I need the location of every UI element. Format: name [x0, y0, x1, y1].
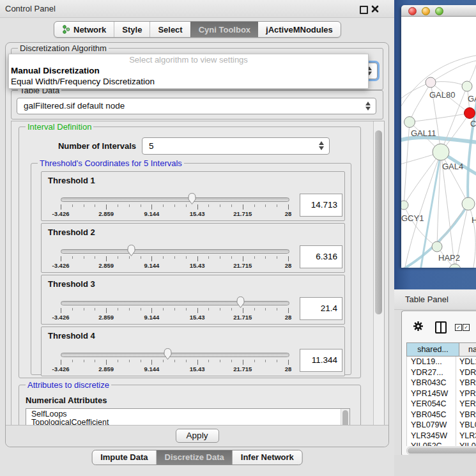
network-node[interactable] — [432, 242, 442, 252]
dropdown-option[interactable]: Equal Width/Frequency Discretization — [9, 76, 368, 87]
cell-name[interactable]: YBL0 — [456, 420, 476, 431]
cell-name[interactable]: YER0 — [456, 399, 476, 410]
tab-label: jActiveMNodules — [266, 25, 333, 35]
close-icon[interactable] — [371, 5, 379, 13]
cell-name[interactable]: YDL1 — [456, 357, 476, 367]
threshold-value-field[interactable]: 11.344 — [300, 349, 342, 372]
list-scrollbar-thumb[interactable] — [342, 410, 348, 426]
table-panel-title: Table Panel — [405, 295, 449, 304]
gear-icon[interactable] — [413, 321, 424, 332]
table-row[interactable]: YLR345WYLR3 — [407, 431, 476, 441]
float-window-icon[interactable] — [360, 6, 368, 14]
cell-name[interactable]: YBR0 — [456, 378, 476, 388]
apply-button[interactable]: Apply — [176, 429, 219, 443]
column-layout-icon[interactable] — [435, 321, 447, 334]
table-row[interactable]: YER054CYER0 — [407, 399, 476, 410]
threshold-slider-thumb[interactable] — [163, 348, 173, 360]
dropdown-hint: Select algorithm to view settings — [9, 54, 368, 65]
network-edge[interactable] — [410, 82, 431, 122]
checkbox-column-icon[interactable]: ✓ — [455, 324, 462, 331]
table-row[interactable]: YBR045CYBR0 — [407, 410, 476, 420]
network-edge[interactable] — [468, 204, 475, 268]
cell-name[interactable]: YLR3 — [456, 431, 476, 441]
network-edge[interactable] — [431, 82, 467, 86]
threshold-slider-thumb[interactable] — [236, 296, 245, 309]
cell-shared-name[interactable]: YBR043C — [407, 378, 456, 388]
table-row[interactable]: YBL079WYBL0 — [407, 420, 476, 431]
table-horizontal-scrollbar-thumb[interactable] — [408, 448, 476, 454]
cell-shared-name[interactable]: YLR345W — [407, 431, 456, 441]
cell-shared-name[interactable]: YIL052C — [407, 441, 456, 446]
network-canvas[interactable]: GAL80GACGAL11GAL4GCY1HHAP2 — [401, 17, 476, 268]
tab-label: Infer Network — [241, 452, 294, 462]
network-node[interactable] — [462, 81, 472, 91]
cell-shared-name[interactable]: YBL079W — [407, 420, 456, 431]
threshold-slider-track[interactable] — [61, 197, 289, 202]
checkbox-column-icon[interactable]: ✓ — [463, 324, 470, 331]
tab-select[interactable]: Select — [150, 22, 190, 37]
table-row[interactable]: YDL19...YDL1 — [407, 357, 476, 367]
threshold-slider-track[interactable] — [61, 353, 289, 357]
network-edge[interactable] — [404, 122, 410, 205]
tab-infer-network[interactable]: Infer Network — [233, 450, 302, 464]
table-row[interactable]: YDR27...YDR2 — [407, 367, 476, 378]
tab-discretize-data[interactable]: Discretize Data — [157, 450, 233, 464]
zoom-button[interactable] — [435, 7, 443, 15]
tab-impute-data[interactable]: Impute Data — [92, 450, 156, 464]
tab-cyni-toolbox[interactable]: Cyni Toolbox — [190, 22, 258, 37]
cell-shared-name[interactable]: YDR27... — [407, 367, 456, 378]
threshold-value-field[interactable]: 14.713 — [300, 194, 342, 217]
network-node[interactable] — [404, 117, 415, 128]
table-row[interactable]: YBR043CYBR0 — [407, 378, 476, 388]
threshold-label: Threshold 2 — [48, 227, 95, 237]
threshold-slider-track[interactable] — [61, 249, 289, 254]
network-edge[interactable] — [431, 60, 476, 82]
table-horizontal-scrollbar[interactable] — [406, 447, 476, 455]
network-node-label: C — [470, 119, 476, 128]
cell-shared-name[interactable]: YBR045C — [407, 410, 456, 420]
numerical-attributes-list[interactable]: SelfLoopsTopologicalCoefficientBetweenne… — [26, 408, 350, 426]
dropdown-option[interactable]: Manual Discretization — [9, 65, 368, 76]
list-scrollbar[interactable] — [341, 409, 349, 426]
cell-name[interactable]: YBR0 — [456, 410, 476, 420]
network-window-titlebar — [401, 5, 476, 17]
column-header-name[interactable]: na — [459, 342, 476, 357]
network-node[interactable] — [433, 144, 449, 160]
tab-style[interactable]: Style — [114, 22, 150, 37]
cell-shared-name[interactable]: YER054C — [407, 399, 456, 410]
cell-name[interactable]: YDR2 — [456, 367, 476, 378]
threshold-slider-thumb[interactable] — [187, 192, 197, 205]
settings-scrollbar-thumb[interactable] — [375, 130, 382, 314]
tab-label: Network — [73, 25, 106, 35]
network-edge[interactable] — [410, 113, 470, 122]
cell-name[interactable]: YPR1 — [456, 388, 476, 399]
threshold-value-field[interactable]: 6.316 — [300, 245, 342, 268]
threshold-slider-track[interactable] — [61, 301, 289, 305]
cytoscape-desktop: GAL80GACGAL11GAL4GCY1HHAP2 — [394, 0, 476, 289]
table-row[interactable]: YPR145WYPR1 — [407, 388, 476, 399]
tab-label: Impute Data — [100, 452, 148, 462]
tab-network[interactable]: Network — [54, 22, 114, 37]
spinner-arrows-icon[interactable] — [319, 141, 325, 151]
close-button[interactable] — [408, 7, 417, 15]
num-intervals-spinner[interactable]: 5 — [142, 137, 330, 155]
column-header-shared-name[interactable]: shared... — [406, 342, 459, 357]
settings-scrollbar[interactable] — [373, 121, 384, 426]
cell-name[interactable]: YIL0 — [456, 441, 476, 446]
minimize-button[interactable] — [422, 7, 430, 15]
tab-jactivemnodules[interactable]: jActiveMNodules — [258, 22, 341, 37]
network-edge[interactable] — [401, 137, 476, 143]
network-node[interactable] — [401, 201, 408, 210]
table-data-combobox[interactable]: galFiltered.sif default node — [17, 98, 376, 114]
cell-shared-name[interactable]: YPR145W — [407, 388, 456, 399]
threshold-label: Threshold 3 — [48, 279, 95, 289]
threshold-slider-thumb[interactable] — [127, 244, 136, 257]
algorithm-dropdown-popup: Select algorithm to view settings Manual… — [8, 54, 369, 89]
network-node[interactable] — [462, 197, 475, 210]
threshold-value-field[interactable]: 21.4 — [300, 297, 342, 320]
network-node[interactable] — [464, 108, 475, 119]
network-edge[interactable] — [404, 152, 441, 205]
table-row[interactable]: YIL052CYIL0 — [407, 441, 476, 446]
network-node[interactable] — [426, 77, 436, 88]
cell-shared-name[interactable]: YDL19... — [407, 357, 456, 367]
